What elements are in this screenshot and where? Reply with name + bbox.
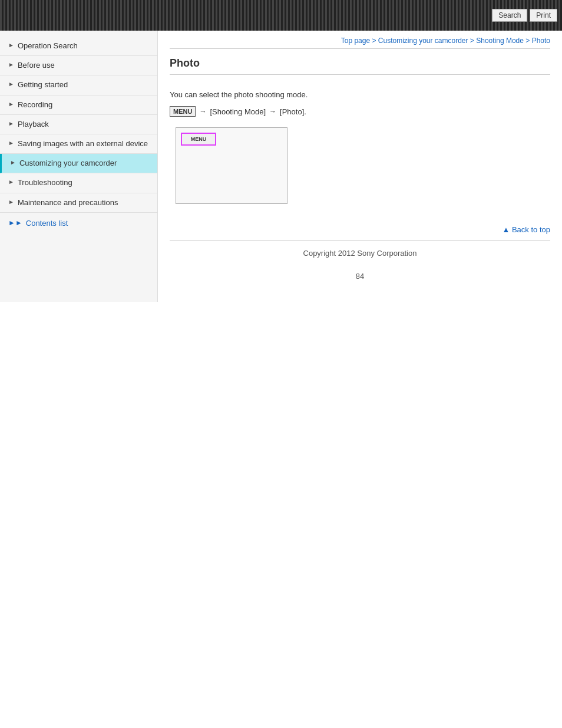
page-number: 84 — [170, 262, 550, 290]
sidebar-item-label: Saving images with an external device — [18, 139, 148, 149]
arrow-right-icon: ►► — [8, 219, 22, 227]
sidebar-item-label: Troubleshooting — [18, 177, 72, 188]
breadcrumb-customizing[interactable]: Customizing your camcorder — [378, 37, 468, 45]
sidebar-item-troubleshooting[interactable]: ► Troubleshooting — [0, 173, 157, 193]
chevron-right-icon: ► — [8, 81, 14, 87]
screenshot-menu-label: MENU — [191, 136, 207, 142]
breadcrumb-top-page[interactable]: Top page — [341, 37, 370, 45]
sidebar-item-getting-started[interactable]: ► Getting started — [0, 75, 157, 95]
sidebar-item-label: Operation Search — [18, 41, 78, 51]
menu-path: MENU → [Shooting Mode] → [Photo]. — [170, 106, 550, 117]
content-body: You can select the photo shooting mode. … — [170, 84, 550, 210]
main-content: Top page > Customizing your camcorder > … — [158, 31, 562, 302]
chevron-right-icon: ► — [8, 140, 14, 146]
sidebar-item-label: Customizing your camcorder — [19, 158, 117, 169]
sidebar-item-label: Playback — [18, 119, 49, 130]
page-header: Search Print — [0, 0, 562, 31]
contents-list-link[interactable]: ►► Contents list — [0, 213, 157, 233]
contents-list-label: Contents list — [26, 219, 68, 228]
search-button[interactable]: Search — [492, 9, 527, 22]
menu-step-2: [Photo]. — [280, 107, 306, 116]
description-text: You can select the photo shooting mode. — [170, 90, 550, 99]
sidebar-item-label: Before use — [18, 60, 55, 71]
footer: Copyright 2012 Sony Corporation — [170, 240, 550, 262]
main-layout: ► Operation Search ► Before use ► Gettin… — [0, 31, 562, 302]
breadcrumb-sep1: > — [370, 37, 378, 45]
sidebar-item-saving-images[interactable]: ► Saving images with an external device — [0, 134, 157, 154]
sidebar: ► Operation Search ► Before use ► Gettin… — [0, 31, 158, 302]
chevron-right-icon: ► — [10, 159, 16, 166]
chevron-right-icon: ► — [8, 120, 14, 127]
breadcrumb-sep2: > — [468, 37, 477, 45]
breadcrumb-photo[interactable]: Photo — [532, 37, 550, 45]
chevron-right-icon: ► — [8, 101, 14, 107]
menu-step-1: [Shooting Mode] — [210, 107, 266, 116]
sidebar-item-recording[interactable]: ► Recording — [0, 95, 157, 115]
menu-key: MENU — [170, 106, 196, 117]
sidebar-item-maintenance[interactable]: ► Maintenance and precautions — [0, 193, 157, 213]
sidebar-item-label: Getting started — [18, 80, 68, 90]
sidebar-item-before-use[interactable]: ► Before use — [0, 56, 157, 75]
chevron-right-icon: ► — [8, 199, 14, 205]
chevron-right-icon: ► — [8, 179, 14, 185]
breadcrumb-sep3: > — [524, 37, 532, 45]
sidebar-item-label: Maintenance and precautions — [18, 197, 118, 208]
copyright-text: Copyright 2012 Sony Corporation — [303, 249, 417, 258]
back-to-top[interactable]: ▲ Back to top — [170, 222, 550, 234]
arrow-icon-2: → — [269, 107, 276, 116]
arrow-icon-1: → — [199, 107, 206, 116]
breadcrumb: Top page > Customizing your camcorder > … — [170, 37, 550, 49]
sidebar-item-operation-search[interactable]: ► Operation Search — [0, 37, 157, 56]
screenshot-menu-button: MENU — [181, 133, 216, 146]
screenshot-box: MENU — [176, 127, 287, 204]
chevron-right-icon: ► — [8, 42, 14, 48]
page-title: Photo — [170, 57, 550, 75]
sidebar-item-label: Recording — [18, 100, 52, 110]
sidebar-item-playback[interactable]: ► Playback — [0, 115, 157, 134]
breadcrumb-shooting-mode[interactable]: Shooting Mode — [476, 37, 524, 45]
chevron-right-icon: ► — [8, 61, 14, 68]
print-button[interactable]: Print — [530, 9, 557, 22]
back-to-top-link[interactable]: ▲ Back to top — [502, 225, 550, 234]
sidebar-item-customizing[interactable]: ► Customizing your camcorder — [0, 154, 157, 173]
